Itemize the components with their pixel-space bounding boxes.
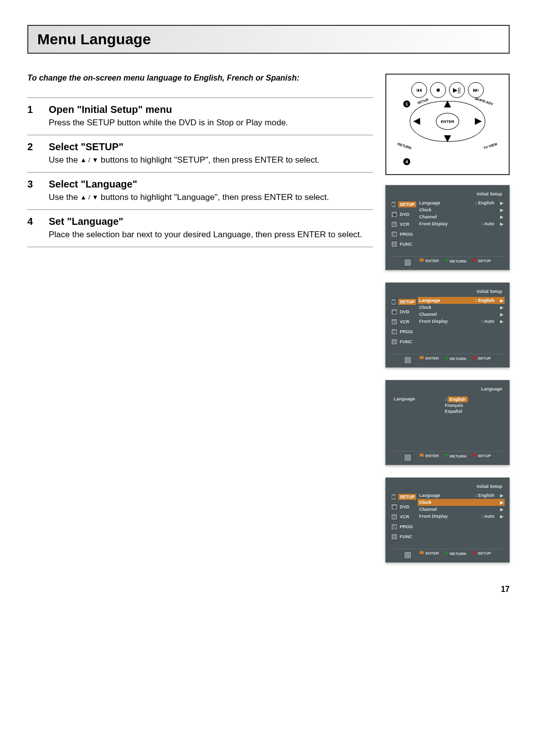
- step-body: Use the ▲ / ▼ buttons to highlight "SETU…: [49, 155, 320, 166]
- clock-icon: ◔: [391, 231, 398, 238]
- osd-sidebar: ✿SETUP ◉DVD ▭VCR ◔PROG ♬FUNC: [390, 199, 417, 254]
- lang-option-selected: English: [448, 396, 468, 402]
- chevron-right-icon: ▶: [500, 201, 503, 205]
- osd-footer: ENTER RETURN SETUP: [390, 549, 505, 559]
- nav-icon: [404, 259, 412, 267]
- func-icon: ♬: [391, 338, 398, 345]
- osd-screen-4: Initial Setup ✿SETUP ◉DVD ▭VCR ◔PROG ♬FU…: [385, 477, 510, 563]
- step-title: Select "Language": [49, 179, 329, 190]
- step-2: 2 Select "SETUP" Use the ▲ / ▼ buttons t…: [27, 135, 373, 172]
- gear-icon: ✿: [391, 493, 396, 500]
- lang-option: Français: [445, 402, 468, 408]
- osd-screen-3: Language Language : English Français Esp…: [385, 380, 510, 465]
- osd-main: Language: English▶ Clock▶ Channel▶ Front…: [417, 297, 505, 352]
- step-title: Select "SETUP": [49, 141, 320, 153]
- vcr-icon: ▭: [391, 221, 398, 228]
- osd-header: Language: [390, 384, 505, 394]
- osd-header: Initial Setup: [390, 287, 505, 297]
- up-down-arrow-icon: ▲ / ▼: [80, 193, 98, 202]
- step-title: Open "Initial Setup" menu: [49, 104, 288, 115]
- step-number: 4: [27, 216, 40, 241]
- nav-icon: [404, 551, 412, 559]
- chevron-right-icon: ▶: [500, 493, 503, 498]
- down-arrow-icon: [444, 135, 451, 142]
- osd-footer: ENTER RETURN SETUP: [390, 256, 505, 267]
- func-icon: ♬: [391, 533, 398, 540]
- nav-ring: ENTER: [410, 101, 485, 142]
- nav-icon: [404, 454, 412, 462]
- chevron-right-icon: ▶: [500, 507, 503, 512]
- chevron-right-icon: ▶: [500, 305, 503, 310]
- clock-icon: ◔: [391, 328, 398, 335]
- play-pause-icon: ▶||: [449, 82, 465, 98]
- osd-screen-1: Initial Setup ✿SETUP ◉DVD ▭VCR ◔PROG ♬FU…: [385, 185, 510, 270]
- chevron-right-icon: ▶: [500, 298, 503, 303]
- enter-button: ENTER: [436, 113, 459, 130]
- osd-screen-2: Initial Setup ✿SETUP ◉DVD ▭VCR ◔PROG ♬FU…: [385, 283, 510, 368]
- osd-sidebar: ✿SETUP ◉DVD ▭VCR ◔PROG ♬FUNC: [390, 492, 417, 547]
- right-arrow-icon: [475, 118, 482, 125]
- osd-footer: ENTER RETURN SETUP: [390, 451, 505, 462]
- step-body: Press the SETUP button while the DVD is …: [49, 117, 288, 129]
- divider: [27, 247, 373, 247]
- up-down-arrow-icon: ▲ / ▼: [80, 156, 98, 165]
- up-arrow-icon: [444, 100, 451, 107]
- chevron-right-icon: ▶: [500, 319, 503, 324]
- chevron-right-icon: ▶: [500, 215, 503, 219]
- left-arrow-icon: [413, 118, 420, 125]
- marker-4: 4: [403, 158, 410, 165]
- step-number: 1: [27, 104, 40, 129]
- dvd-icon: ◉: [391, 503, 398, 510]
- chevron-right-icon: ▶: [500, 208, 503, 212]
- func-icon: ♬: [391, 241, 398, 248]
- stop-icon: ■: [430, 82, 446, 98]
- osd-header: Initial Setup: [390, 189, 505, 199]
- skip-label: SKIP/F.ADV: [474, 96, 494, 106]
- step-title: Set "Language": [49, 216, 362, 227]
- step-number: 3: [27, 179, 40, 203]
- osd-footer: ENTER RETURN SETUP: [390, 354, 505, 364]
- osd-sidebar: ✿SETUP ◉DVD ▭VCR ◔PROG ♬FUNC: [390, 297, 417, 352]
- dvd-icon: ◉: [391, 308, 398, 315]
- gear-icon: ✿: [391, 298, 396, 305]
- clock-icon: ◔: [391, 523, 398, 530]
- step-3: 3 Select "Language" Use the ▲ / ▼ button…: [27, 173, 373, 209]
- step-4: 4 Set "Language" Place the selection bar…: [27, 210, 373, 247]
- chevron-right-icon: ▶: [500, 500, 503, 505]
- highlighted-row: Clock▶: [418, 499, 505, 506]
- step-number: 2: [27, 141, 40, 166]
- osd-main: Language: English▶ Clock▶ Channel▶ Front…: [417, 492, 505, 547]
- return-label: RETURN: [397, 142, 412, 150]
- page-title-box: Menu Language: [27, 25, 510, 54]
- page-title: Menu Language: [37, 31, 500, 48]
- prev-track-icon: ⏮: [411, 82, 427, 98]
- nav-icon: [404, 356, 412, 364]
- step-body: Place the selection bar next to your des…: [49, 229, 362, 241]
- remote-diagram: ⏮ ■ ▶|| ⏭ 1 SETUP SKIP/F.ADV ENTER RETUR…: [385, 74, 510, 175]
- highlighted-row: Language: English▶: [418, 297, 505, 304]
- instructions-column: To change the on-screen menu language to…: [27, 74, 373, 575]
- intro-text: To change the on-screen menu language to…: [27, 74, 373, 83]
- step-body: Use the ▲ / ▼ buttons to highlight "Lang…: [49, 192, 329, 203]
- osd-main: Language: English▶ Clock▶ Channel▶ Front…: [417, 199, 505, 254]
- vcr-icon: ▭: [391, 318, 398, 325]
- chevron-right-icon: ▶: [500, 222, 503, 226]
- chevron-right-icon: ▶: [500, 312, 503, 317]
- gear-icon: ✿: [391, 201, 396, 208]
- next-track-icon: ⏭: [468, 82, 484, 98]
- chevron-right-icon: ▶: [500, 514, 503, 519]
- lang-option: Español: [445, 408, 468, 414]
- tvview-label: TV VIEW: [483, 142, 498, 150]
- marker-1: 1: [403, 100, 410, 107]
- osd-header: Initial Setup: [390, 482, 505, 492]
- osd-main: Language : English Français Español: [390, 394, 505, 449]
- step-1: 1 Open "Initial Setup" menu Press the SE…: [27, 98, 373, 135]
- diagrams-column: ⏮ ■ ▶|| ⏭ 1 SETUP SKIP/F.ADV ENTER RETUR…: [385, 74, 510, 575]
- dvd-icon: ◉: [391, 211, 398, 218]
- vcr-icon: ▭: [391, 513, 398, 520]
- page-number: 17: [27, 585, 510, 594]
